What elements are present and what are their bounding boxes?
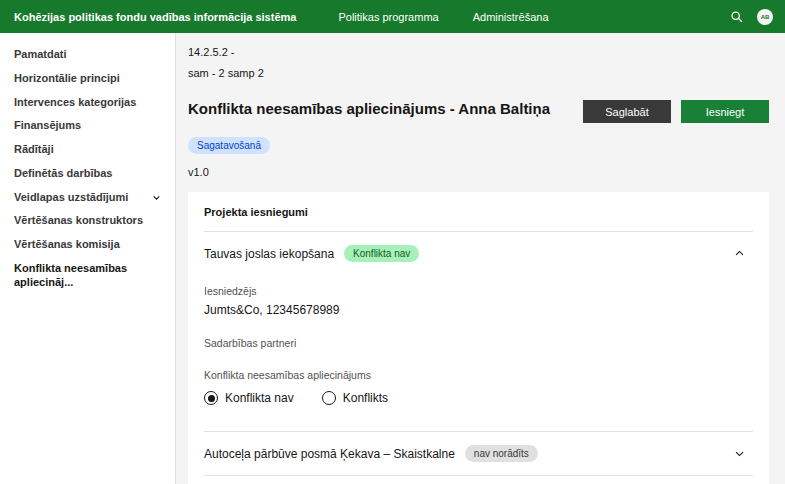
chevron-down-icon[interactable] (734, 448, 753, 459)
conflict-radio-group: Konflikta nav Konflikts (204, 391, 753, 405)
sidebar-item-veidlapas-uzstadijumi[interactable]: Veidlapas uzstādījumi (0, 186, 175, 210)
sidebar-item-pamatdati[interactable]: Pamatdati (0, 43, 175, 67)
sidebar-item-label: Intervences kategorijas (14, 96, 136, 110)
conflict-status-badge: nav norādīts (465, 445, 538, 462)
accordion-title: Autoceļa pārbūve posmā Ķekava – Skaistka… (204, 447, 455, 461)
page-body: Pamatdati Horizontālie principi Interven… (0, 33, 785, 484)
accordion-header-autocela-parbuve[interactable]: Autoceļa pārbūve posmā Ķekava – Skaistka… (204, 432, 753, 475)
avatar[interactable]: AB (757, 9, 773, 25)
status-badge: Sagatavošanā (188, 137, 270, 154)
divider (204, 475, 753, 476)
sidebar-item-label: Veidlapas uzstādījumi (14, 191, 128, 205)
page-title: Konflikta neesamības apliecinājums - Ann… (188, 100, 550, 117)
partners-label: Sadarbības partneri (204, 337, 753, 349)
sidebar-item-horizontalie-principi[interactable]: Horizontālie principi (0, 67, 175, 91)
status-wrap: Sagatavošanā (188, 135, 769, 154)
search-icon[interactable] (730, 10, 743, 23)
chevron-down-icon (152, 193, 161, 202)
subcode-line: sam - 2 samp 2 (188, 67, 769, 79)
code-line: 14.2.5.2 - (188, 46, 769, 58)
radio-button[interactable] (322, 391, 336, 405)
topbar: Kohēzijas politikas fondu vadības inform… (0, 0, 785, 33)
save-button[interactable]: Saglabāt (583, 100, 671, 123)
avatar-initials: AB (761, 14, 770, 20)
sidebar-item-label: Definētās darbības (14, 167, 112, 181)
radio-button[interactable] (204, 391, 218, 405)
sidebar-item-vertesanas-konstruktors[interactable]: Vērtēšanas konstruktors (0, 209, 175, 233)
sidebar-item-konflikta-neesamibas[interactable]: Konflikta neesamības apliecināj... (0, 257, 175, 295)
section-title: Projekta iesniegumi (204, 206, 753, 232)
app-title: Kohēzijas politikas fondu vadības inform… (0, 11, 310, 23)
sidebar-item-vertesanas-komisija[interactable]: Vērtēšanas komisija (0, 233, 175, 257)
radio-konflikts[interactable]: Konflikts (322, 391, 388, 405)
radio-label: Konflikts (343, 391, 388, 405)
radio-konflikta-nav[interactable]: Konflikta nav (204, 391, 294, 405)
sidebar-item-intervences-kategorijas[interactable]: Intervences kategorijas (0, 91, 175, 115)
sidebar-item-raditaji[interactable]: Rādītāji (0, 138, 175, 162)
sidebar-item-label: Rādītāji (14, 143, 54, 157)
menu-item-administresana[interactable]: Administrēšana (473, 11, 549, 23)
sidebar-item-label: Horizontālie principi (14, 72, 120, 86)
topbar-menu: Politikas programma Administrēšana (338, 11, 548, 23)
submit-button[interactable]: Iesniegt (681, 100, 769, 123)
sidebar-item-finansejums[interactable]: Finansējums (0, 114, 175, 138)
accordion-body: Iesniedzējs Jumts&Co, 12345678989 Sadarb… (204, 275, 753, 431)
project-submissions-card: Projekta iesniegumi Tauvas joslas iekopš… (188, 192, 769, 484)
sidebar-item-label: Konflikta neesamības apliecināj... (14, 262, 161, 290)
topbar-right: AB (730, 9, 785, 25)
title-row: Konflikta neesamības apliecinājums - Ann… (188, 100, 769, 123)
menu-item-politikas-programma[interactable]: Politikas programma (338, 11, 438, 23)
sidebar-item-label: Vērtēšanas komisija (14, 238, 120, 252)
header-actions: Saglabāt Iesniegt (583, 100, 769, 123)
sidebar-item-label: Vērtēšanas konstruktors (14, 214, 143, 228)
accordion-title: Tauvas joslas iekopšana (204, 247, 334, 261)
submitter-label: Iesniedzējs (204, 285, 753, 297)
conflict-status-badge: Konflikta nav (344, 245, 419, 262)
sidebar-item-label: Pamatdati (14, 48, 67, 62)
radio-label: Konflikta nav (225, 391, 294, 405)
main-content: 14.2.5.2 - sam - 2 samp 2 Konflikta nees… (176, 33, 785, 484)
sidebar-item-definetas-darbibas[interactable]: Definētās darbības (0, 162, 175, 186)
sidebar-item-label: Finansējums (14, 119, 81, 133)
submitter-value: Jumts&Co, 12345678989 (204, 303, 753, 317)
chevron-up-icon[interactable] (734, 248, 753, 259)
conflict-question-label: Konflikta neesamības apliecinājums (204, 369, 753, 381)
sidebar: Pamatdati Horizontālie principi Interven… (0, 33, 176, 484)
version-label: v1.0 (188, 166, 769, 178)
accordion-header-tauvas-joslas[interactable]: Tauvas joslas iekopšana Konflikta nav (204, 232, 753, 275)
